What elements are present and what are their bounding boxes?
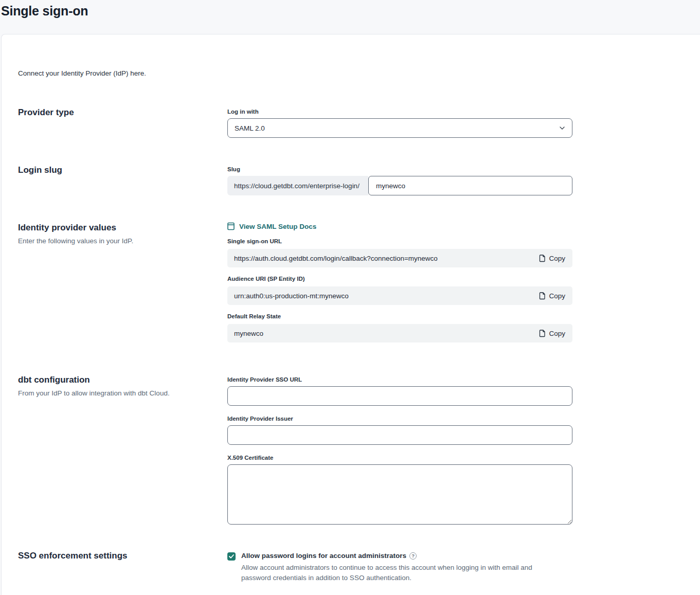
- section-login-slug: Login slug Slug https://cloud.getdbt.com…: [18, 164, 572, 195]
- relay-state-field: mynewco Copy: [227, 324, 572, 342]
- slug-input[interactable]: [368, 176, 572, 195]
- section-idp-values: Identity provider values Enter the follo…: [18, 222, 572, 342]
- dbt-config-subheading: From your IdP to allow integration with …: [18, 389, 227, 397]
- section-sso-enforcement: SSO enforcement settings Allow password …: [18, 550, 572, 583]
- copy-icon: [539, 330, 545, 337]
- copy-button-label: Copy: [549, 330, 565, 337]
- slug-input-group: https://cloud.getdbt.com/enterprise-logi…: [227, 176, 572, 195]
- page-title: Single sign-on: [1, 4, 700, 19]
- copy-relay-state-button[interactable]: Copy: [539, 330, 565, 337]
- copy-icon: [539, 255, 545, 262]
- login-with-selected-value: SAML 2.0: [235, 124, 265, 132]
- idp-values-heading: Identity provider values: [18, 222, 227, 234]
- audience-uri-value: urn:auth0:us-production-mt:mynewco: [234, 292, 349, 300]
- help-icon[interactable]: ?: [409, 552, 417, 560]
- login-slug-heading: Login slug: [18, 164, 227, 176]
- login-with-select[interactable]: SAML 2.0: [227, 118, 572, 138]
- allow-password-logins-checkbox[interactable]: [227, 552, 236, 561]
- settings-card: Connect your Identity Provider (IdP) her…: [1, 34, 700, 595]
- docs-link-label: View SAML Setup Docs: [239, 223, 316, 230]
- copy-button-label: Copy: [549, 255, 565, 262]
- slug-url-prefix: https://cloud.getdbt.com/enterprise-logi…: [227, 176, 368, 195]
- allow-password-logins-description: Allow account administrators to continue…: [241, 563, 563, 583]
- view-saml-docs-link[interactable]: View SAML Setup Docs: [227, 222, 572, 230]
- idp-issuer-input[interactable]: [227, 425, 572, 445]
- idp-sso-url-label: Identity Provider SSO URL: [227, 376, 572, 383]
- provider-type-heading: Provider type: [18, 106, 227, 119]
- docs-icon: [227, 222, 235, 230]
- sso-url-value: https://auth.cloud.getdbt.com/login/call…: [234, 255, 438, 262]
- audience-uri-label: Audience URI (SP Entity ID): [227, 275, 572, 282]
- copy-button-label: Copy: [549, 292, 565, 300]
- sso-enforcement-heading: SSO enforcement settings: [18, 550, 227, 562]
- sso-url-label: Single sign-on URL: [227, 238, 572, 245]
- relay-state-label: Default Relay State: [227, 313, 572, 320]
- intro-text: Connect your Identity Provider (IdP) her…: [18, 69, 146, 77]
- section-provider-type: Provider type Log in with SAML 2.0: [18, 106, 572, 138]
- allow-password-logins-label: Allow password logins for account admini…: [241, 552, 406, 560]
- allow-password-logins-row: Allow password logins for account admini…: [227, 552, 572, 583]
- slug-label: Slug: [227, 166, 572, 173]
- x509-certificate-textarea[interactable]: [227, 464, 572, 525]
- copy-icon: [539, 292, 545, 300]
- sso-url-field: https://auth.cloud.getdbt.com/login/call…: [227, 249, 572, 267]
- section-dbt-configuration: dbt configuration From your IdP to allow…: [18, 374, 572, 525]
- relay-state-value: mynewco: [234, 330, 263, 337]
- copy-audience-uri-button[interactable]: Copy: [539, 292, 565, 300]
- audience-uri-field: urn:auth0:us-production-mt:mynewco Copy: [227, 286, 572, 305]
- copy-sso-url-button[interactable]: Copy: [539, 255, 565, 262]
- idp-values-subheading: Enter the following values in your IdP.: [18, 237, 227, 245]
- idp-sso-url-input[interactable]: [227, 386, 572, 406]
- login-with-label: Log in with: [227, 108, 572, 115]
- idp-issuer-label: Identity Provider Issuer: [227, 415, 572, 422]
- dbt-config-heading: dbt configuration: [18, 374, 227, 386]
- x509-certificate-label: X.509 Certificate: [227, 454, 572, 461]
- chevron-down-icon: [559, 126, 565, 130]
- page-header: Single sign-on: [0, 0, 700, 34]
